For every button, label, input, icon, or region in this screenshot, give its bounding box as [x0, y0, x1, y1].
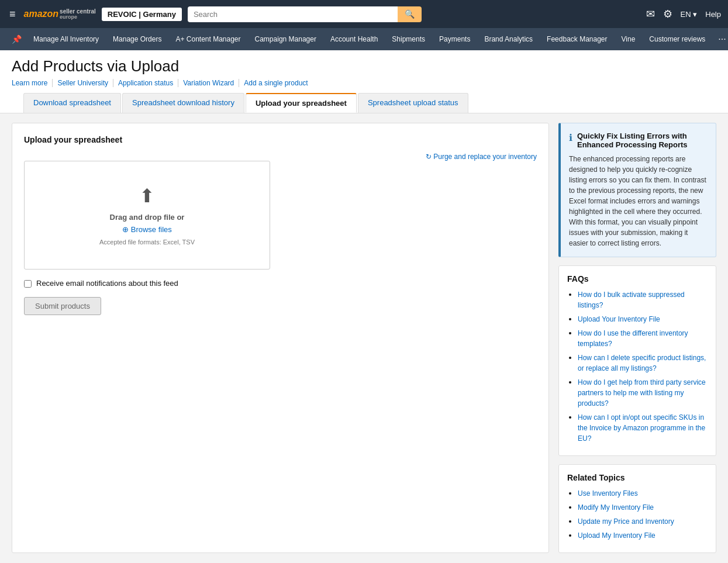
learn-more-link[interactable]: Learn more	[12, 79, 53, 87]
faq-link-5[interactable]: How can I opt in/opt out specific SKUs i…	[578, 413, 705, 443]
related-link-0[interactable]: Use Inventory Files	[578, 489, 638, 498]
faq-link-1[interactable]: Upload Your Inventory File	[578, 315, 660, 323]
faq-link-4[interactable]: How do I get help from third party servi…	[578, 378, 706, 407]
top-nav-right: ✉ ⚙ EN ▾ Help	[646, 8, 721, 20]
page-title: Add Products via Upload	[12, 57, 716, 75]
info-icon: ℹ	[569, 132, 572, 143]
info-box: ℹ Quickly Fix Listing Errors with Enhanc…	[558, 123, 716, 257]
logo-region: europe	[60, 15, 96, 20]
browse-files-link[interactable]: Browse files	[122, 225, 172, 234]
faq-item: How do I bulk activate suppressed listin…	[578, 289, 708, 310]
main-content: Upload your spreadsheet Purge and replac…	[0, 113, 728, 562]
purge-replace-link[interactable]: Purge and replace your inventory	[426, 153, 537, 161]
email-notification-row: Receive email notifications about this f…	[24, 279, 537, 288]
faq-link-2[interactable]: How do I use the different inventory tem…	[578, 329, 688, 348]
secondary-nav: 📌 Manage All Inventory Manage Orders A+ …	[0, 28, 728, 50]
hamburger-menu[interactable]: ≡	[7, 6, 18, 23]
tabs: Download spreadsheet Spreadsheet downloa…	[12, 93, 716, 113]
related-topic-item: Upload My Inventory File	[578, 530, 708, 541]
submit-products-button[interactable]: Submit products	[24, 297, 101, 315]
right-panel: ℹ Quickly Fix Listing Errors with Enhanc…	[558, 123, 716, 553]
faq-item: How do I get help from third party servi…	[578, 377, 708, 409]
nav-brand-analytics[interactable]: Brand Analytics	[477, 28, 540, 50]
pin-icon[interactable]: 📌	[7, 34, 26, 44]
faq-item: How can I delete specific product listin…	[578, 353, 708, 374]
nav-manage-orders[interactable]: Manage Orders	[106, 28, 168, 50]
nav-manage-all-inventory[interactable]: Manage All Inventory	[26, 28, 106, 50]
related-topics-box: Related Topics Use Inventory Files Modif…	[558, 464, 716, 553]
drop-zone[interactable]: ⬆ Drag and drop file or Browse files Acc…	[24, 161, 270, 270]
related-topics-list: Use Inventory Files Modify My Inventory …	[567, 488, 708, 541]
faq-title: FAQs	[567, 274, 708, 284]
search-bar: 🔍	[188, 6, 422, 22]
info-header: ℹ Quickly Fix Listing Errors with Enhanc…	[569, 132, 708, 149]
tab-download-spreadsheet[interactable]: Download spreadsheet	[23, 93, 121, 113]
more-nav-items[interactable]: ···	[712, 34, 728, 44]
seller-university-link[interactable]: Seller University	[53, 79, 113, 87]
related-topic-item: Update my Price and Inventory	[578, 516, 708, 527]
faq-box: FAQs How do I bulk activate suppressed l…	[558, 265, 716, 456]
faq-item: How can I opt in/opt out specific SKUs i…	[578, 412, 708, 444]
nav-customer-reviews[interactable]: Customer reviews	[642, 28, 712, 50]
logo-amazon: amazon	[24, 9, 59, 19]
top-nav: ≡ amazon seller central europe REVOIC | …	[0, 0, 728, 28]
search-input[interactable]	[188, 6, 398, 22]
faq-item: How do I use the different inventory tem…	[578, 328, 708, 349]
settings-icon[interactable]: ⚙	[663, 8, 672, 20]
related-topics-title: Related Topics	[567, 473, 708, 482]
related-link-1[interactable]: Modify My Inventory File	[578, 503, 654, 512]
accepted-formats-text: Accepted file formats: Excel, TSV	[99, 239, 195, 246]
seller-badge[interactable]: REVOIC | Germany	[102, 8, 182, 21]
add-single-product-link[interactable]: Add a single product	[239, 79, 312, 87]
variation-wizard-link[interactable]: Variation Wizard	[178, 79, 239, 87]
search-button[interactable]: 🔍	[398, 6, 422, 22]
related-topic-item: Modify My Inventory File	[578, 502, 708, 513]
email-notification-checkbox[interactable]	[24, 280, 32, 288]
info-box-body: The enhanced processing reports are desi…	[569, 154, 708, 248]
nav-campaign-manager[interactable]: Campaign Manager	[248, 28, 323, 50]
related-link-2[interactable]: Update my Price and Inventory	[578, 517, 674, 526]
mail-icon[interactable]: ✉	[646, 8, 655, 20]
amazon-logo: amazon seller central europe	[24, 8, 96, 20]
drag-drop-text: Drag and drop file or	[110, 213, 185, 222]
page-header: Add Products via Upload Learn more Selle…	[0, 50, 728, 113]
nav-feedback-manager[interactable]: Feedback Manager	[540, 28, 614, 50]
upload-icon: ⬆	[139, 185, 155, 207]
nav-payments[interactable]: Payments	[432, 28, 477, 50]
tab-upload-status[interactable]: Spreadsheet upload status	[358, 93, 468, 113]
language-selector[interactable]: EN ▾	[681, 10, 698, 19]
app-status-link[interactable]: Application status	[113, 79, 178, 87]
nav-aplus-content[interactable]: A+ Content Manager	[168, 28, 247, 50]
upload-panel: Upload your spreadsheet Purge and replac…	[12, 123, 549, 553]
nav-vine[interactable]: Vine	[615, 28, 643, 50]
faq-link-0[interactable]: How do I bulk activate suppressed listin…	[578, 291, 685, 309]
logo-seller-central: seller central	[60, 8, 96, 15]
related-link-3[interactable]: Upload My Inventory File	[578, 531, 655, 540]
upload-panel-title: Upload your spreadsheet	[24, 135, 537, 144]
tab-upload-spreadsheet[interactable]: Upload your spreadsheet	[246, 93, 357, 113]
page-header-links: Learn more Seller University Application…	[12, 79, 716, 87]
faq-link-3[interactable]: How can I delete specific product listin…	[578, 354, 706, 372]
help-link[interactable]: Help	[705, 10, 721, 19]
faq-item: Upload Your Inventory File	[578, 314, 708, 324]
faq-list: How do I bulk activate suppressed listin…	[567, 289, 708, 444]
related-topic-item: Use Inventory Files	[578, 488, 708, 499]
tab-download-history[interactable]: Spreadsheet download history	[122, 93, 244, 113]
info-box-title: Quickly Fix Listing Errors with Enhanced…	[577, 132, 708, 149]
nav-shipments[interactable]: Shipments	[385, 28, 432, 50]
email-notification-label: Receive email notifications about this f…	[36, 279, 178, 288]
nav-account-health[interactable]: Account Health	[323, 28, 385, 50]
